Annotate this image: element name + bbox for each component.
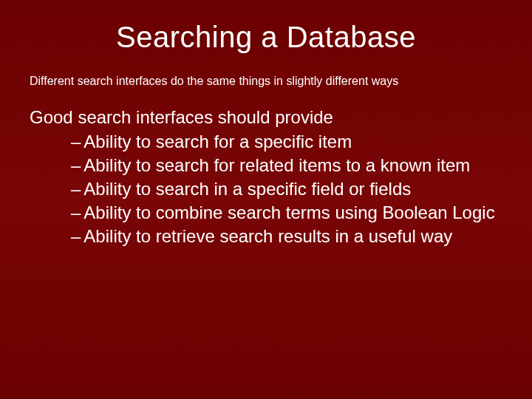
list-item: –Ability to retrieve search results in a… [71,225,502,248]
list-item: –Ability to search for related items to … [71,154,502,177]
slide-title: Searching a Database [30,21,502,54]
lead-text: Good search interfaces should provide [30,107,502,128]
bullet-text: Ability to search for a specific item [83,132,352,151]
bullet-text: Ability to search for related items to a… [83,155,470,175]
bullet-list: –Ability to search for a specific item –… [30,131,502,248]
bullet-text: Ability to combine search terms using Bo… [83,202,494,222]
list-item: –Ability to combine search terms using B… [71,202,502,224]
slide-subtitle: Different search interfaces do the same … [30,75,502,88]
bullet-text: Ability to retrieve search results in a … [83,226,452,246]
slide: Searching a Database Different search in… [0,0,532,399]
bullet-text: Ability to search in a specific field or… [83,179,411,199]
list-item: –Ability to search in a specific field o… [71,178,502,200]
list-item: –Ability to search for a specific item [71,131,502,153]
